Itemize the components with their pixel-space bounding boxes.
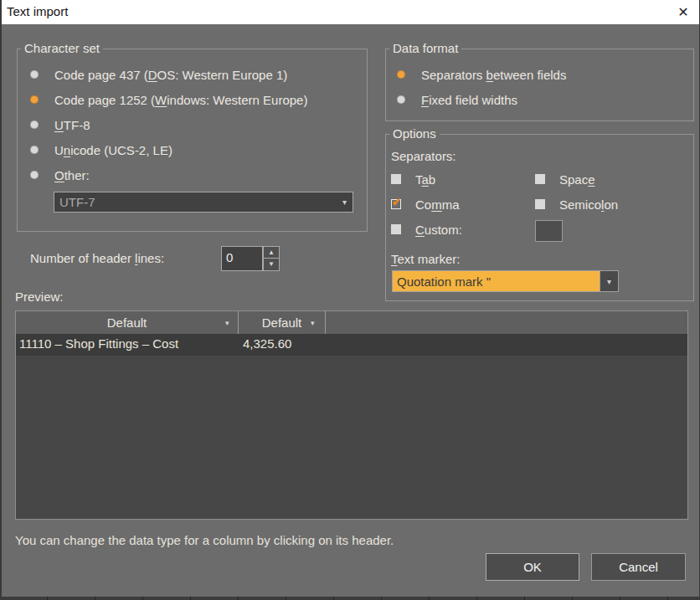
preview-label: Preview: [15, 290, 64, 304]
text-import-dialog: Text import ✕ Character set Code page 43… [0, 0, 700, 600]
titlebar: Text import ✕ [2, 0, 699, 24]
radio-label: UTF-8 [54, 118, 90, 132]
check-icon: ✔ [392, 197, 401, 208]
checkbox-icon: ✔ [535, 199, 545, 209]
checkbox-icon: ✔ [391, 174, 401, 184]
close-button[interactable]: ✕ [672, 2, 694, 23]
checkbox-space[interactable]: ✔ Space [535, 171, 595, 187]
checkbox-tab[interactable]: ✔ Tab [391, 171, 435, 187]
table-row: 11110 – Shop Fittings – Cost 4,325.60 [16, 334, 687, 356]
header-lines-input[interactable]: 0 [221, 246, 263, 271]
checkbox-label: Comma [415, 197, 460, 212]
radio-label: Code page 1252 (Windows: Western Europe) [54, 93, 307, 107]
text-marker-dropdown[interactable]: Quotation mark " ▾ [392, 270, 619, 292]
other-encoding-dropdown[interactable]: UTF-7 ▾ [54, 192, 353, 213]
radio-label: Unicode (UCS-2, LE) [54, 143, 172, 157]
column-header-1[interactable]: Default ▾ [16, 311, 238, 334]
chevron-down-icon: ▾ [607, 277, 611, 286]
close-icon: ✕ [677, 4, 688, 20]
chevron-down-icon: ▾ [225, 319, 229, 327]
checkbox-label: Tab [415, 172, 435, 187]
checkbox-label: Space [559, 172, 595, 187]
cancel-button[interactable]: Cancel [591, 553, 686, 581]
radio-fixed-field-widths[interactable]: Fixed field widths [397, 91, 517, 108]
character-set-legend: Character set [21, 41, 103, 55]
stepper-up-button[interactable]: ▲ [263, 246, 280, 259]
window-title: Text import [7, 4, 68, 18]
header-lines-label: Number of header lines: [30, 251, 164, 265]
radio-label: Fixed field widths [421, 93, 517, 107]
radio-unicode-ucs2[interactable]: Unicode (UCS-2, LE) [30, 141, 172, 158]
checkbox-icon: ✔ [535, 174, 545, 184]
preview-table: Default ▾ Default ▾ 11110 – Shop Fitting… [15, 310, 688, 520]
header-lines-stepper: 0 ▲ ▼ [221, 246, 280, 271]
preview-header-row: Default ▾ Default ▾ [16, 311, 687, 334]
cell-account: 11110 – Shop Fittings – Cost [19, 336, 178, 351]
checkbox-label: Semicolon [559, 197, 618, 212]
checkbox-icon: ✔ [391, 199, 401, 209]
radio-icon [397, 70, 405, 79]
background-grid-strip [0, 597, 700, 600]
separators-label: Separators: [391, 149, 456, 163]
radio-separators-between-fields[interactable]: Separators between fields [397, 66, 566, 83]
hint-text: You can change the data type for a colum… [15, 533, 394, 547]
checkbox-icon: ✔ [391, 224, 401, 234]
radio-icon [30, 95, 39, 104]
column-type-value: Default [107, 315, 147, 330]
data-format-group: Data format [385, 49, 694, 121]
other-encoding-value: UTF-7 [54, 195, 342, 209]
checkbox-semicolon[interactable]: ✔ Semicolon [535, 196, 618, 213]
radio-utf8[interactable]: UTF-8 [30, 116, 90, 133]
checkbox-label: Custom: [415, 223, 462, 237]
column-header-2[interactable]: Default ▾ [239, 311, 325, 334]
up-arrow-icon: ▲ [268, 249, 275, 256]
custom-separator-input[interactable] [535, 220, 563, 242]
radio-label: Code page 437 (DOS: Western Europe 1) [54, 68, 287, 82]
cell-amount: 4,325.60 [243, 336, 291, 351]
text-marker-value: Quotation mark " [393, 271, 600, 291]
radio-icon [30, 146, 39, 154]
ok-button[interactable]: OK [486, 553, 579, 581]
chevron-down-icon: ▾ [342, 197, 353, 207]
checkbox-custom[interactable]: ✔ Custom: [391, 221, 462, 238]
column-divider [325, 311, 326, 334]
data-format-legend: Data format [389, 41, 461, 55]
radio-label: Separators between fields [421, 68, 566, 82]
checkbox-comma[interactable]: ✔ Comma [391, 196, 460, 213]
radio-icon [30, 121, 39, 129]
stepper-down-button[interactable]: ▼ [263, 259, 280, 271]
radio-codepage-437[interactable]: Code page 437 (DOS: Western Europe 1) [30, 66, 287, 83]
radio-icon [30, 171, 39, 179]
radio-icon [397, 95, 405, 104]
column-type-value: Default [262, 315, 302, 330]
radio-other[interactable]: Other: [30, 167, 90, 183]
chevron-down-icon: ▾ [311, 319, 315, 327]
radio-label: Other: [54, 168, 90, 182]
radio-icon [30, 70, 39, 79]
dropdown-arrow-button[interactable]: ▾ [600, 271, 618, 291]
text-marker-label: Text marker: [391, 252, 461, 266]
down-arrow-icon: ▼ [268, 261, 275, 268]
options-legend: Options [389, 126, 440, 141]
radio-codepage-1252[interactable]: Code page 1252 (Windows: Western Europe) [30, 91, 307, 108]
